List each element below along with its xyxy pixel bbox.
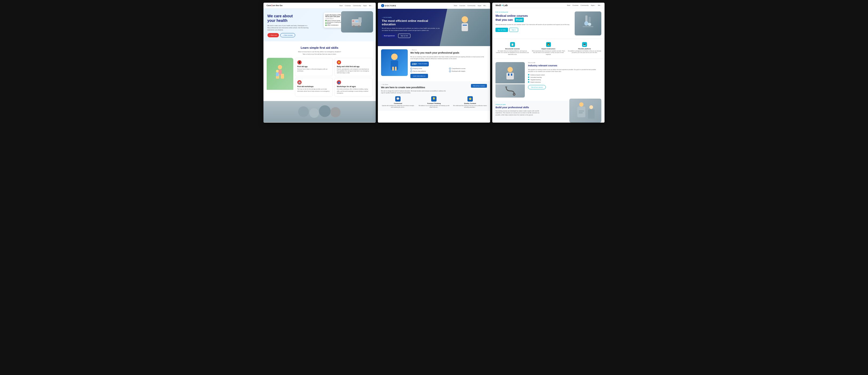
feature-card-all-ages: 👥 Workshops for all ages Our online work…: [334, 78, 373, 96]
start-now-button[interactable]: + Start now: [268, 33, 279, 37]
signup-today-button[interactable]: Sign up today: [495, 28, 508, 32]
section2-title: Learn simple first aid skills: [268, 46, 372, 49]
logo-text-suffix: on the Go: [273, 4, 282, 7]
vision-title: We are here to create new possibilities: [381, 86, 425, 89]
nav-apps[interactable]: Apps: [477, 5, 481, 6]
stat-badge: 236+ Hours of content: [410, 62, 429, 66]
page-care-on-go: Care i on the Go Start Courses Community…: [264, 3, 376, 123]
teal-dot-icon: [528, 76, 529, 78]
hero-buttons: Sign up today Sign in: [495, 28, 572, 32]
vision-card-desc: We understand that staying at the top of…: [453, 105, 487, 108]
feature-innovative: Innovative learning: [528, 76, 601, 78]
feature-targeted: Targeted learning: [528, 79, 601, 81]
feature-desc: We're passionate about ensuring our stud…: [531, 51, 565, 56]
bottom-photo: [264, 101, 376, 122]
hero-lab-image: [575, 11, 601, 35]
page1-bottom-image: [264, 101, 376, 122]
feature-comprehensive: Comprehensive courses: [449, 68, 487, 69]
feature-keeping-current: Keeping current: [410, 68, 448, 69]
book-appointment-button[interactable]: Book Appointment: [382, 34, 397, 38]
page-medilab: Medi ✦ Lab Start Courses Community Apps.…: [492, 3, 604, 123]
signin-button[interactable]: Sign in: [509, 28, 518, 32]
nav-courses[interactable]: Courses: [345, 5, 351, 6]
page2-about-section: — About us We help you reach your profes…: [378, 46, 490, 81]
feature-card-baby: 👶 Baby and child first aid app Parents, …: [334, 58, 373, 76]
contextual-icon: 💬: [395, 96, 401, 101]
view-courses-button[interactable]: + View courses: [280, 33, 295, 37]
structured-icon: 📋: [510, 42, 515, 47]
section2-subtitle: Want to know how to use the key skills i…: [268, 51, 372, 55]
baby-icon: 👶: [337, 60, 341, 64]
card-title: Workshops for all ages: [337, 86, 370, 87]
svg-point-27: [584, 21, 589, 26]
svg-rect-29: [583, 26, 593, 27]
svg-point-3: [358, 25, 360, 27]
svg-point-14: [298, 106, 309, 117]
vision-card-quality: ⭐ Quality Content We understand that sta…: [453, 96, 487, 108]
svg-point-35: [514, 94, 515, 95]
nav-start[interactable]: Start: [454, 5, 457, 6]
forward-icon: 💡: [431, 96, 437, 101]
page3-skills-section: Achieve your goals Build your profession…: [492, 101, 604, 121]
vision-card-desc: We believe in our on-going education and…: [417, 105, 451, 108]
card-title: First aid app: [297, 66, 331, 67]
svg-point-12: [276, 70, 279, 72]
feature-title: Expert instructors: [531, 48, 565, 50]
nav-start[interactable]: Start: [339, 5, 343, 6]
nav-courses[interactable]: Courses: [572, 4, 579, 6]
trust-badge: trust: [515, 18, 524, 22]
learn-more-button[interactable]: Learn more about us: [410, 74, 428, 78]
page2-hero-content: — Let's be healthy The most efficient on…: [382, 17, 440, 38]
feature-desc: Our platform is designed to be flexible …: [567, 51, 601, 54]
nav-community[interactable]: Community: [353, 5, 361, 6]
about-text: — About us We help you reach your profes…: [410, 49, 487, 78]
cards-section: 📱 First aid app Discover how to help in …: [264, 58, 376, 100]
vision-card-forward: 💡 Forward Thinking We believe in our on-…: [417, 96, 451, 108]
nav-apps[interactable]: Apps: [363, 5, 367, 6]
nav-community[interactable]: Community: [467, 5, 475, 6]
courses-tag: What we offer: [528, 62, 601, 63]
platform-icon: 💻: [582, 42, 587, 47]
nav-more[interactable]: Mo...: [484, 5, 487, 6]
feature-card-workshop: 🏥 First aid workshops The Care on the Go…: [295, 78, 333, 96]
hero-left: Enter our training portal Medical online…: [495, 11, 572, 32]
nav-start[interactable]: Start: [567, 4, 570, 6]
card-desc: The Care on the Go first aid app provide…: [297, 88, 331, 92]
svg-rect-32: [508, 73, 509, 76]
courses-title: Industry relevant courses: [528, 64, 601, 67]
logo-dot: i: [272, 4, 272, 7]
view-all-courses-button[interactable]: View all our courses: [528, 85, 546, 89]
svg-point-15: [309, 108, 319, 118]
learn-item-3: safety considerations: [326, 25, 343, 26]
svg-rect-1: [352, 23, 361, 26]
course-images: [495, 62, 525, 98]
page2-logo: + DOCTORS: [381, 4, 396, 7]
nav-me[interactable]: Me...: [598, 4, 601, 6]
doctor-top-image: [495, 62, 525, 84]
teal-dot-icon: [528, 81, 529, 83]
card-desc: Parents, grandparents, and caregivers ca…: [337, 68, 370, 74]
svg-rect-7: [352, 21, 354, 21]
card-title: Baby and child first aid app: [337, 66, 370, 67]
nav-courses[interactable]: Courses: [459, 5, 465, 6]
hero-title: The most efficient online medical educat…: [382, 19, 440, 26]
logo-star-icon: ✦: [501, 4, 503, 7]
feature-title: Structured courses: [495, 48, 529, 50]
quality-icon: ⭐: [467, 96, 473, 101]
view-all-courses-button[interactable]: View all our courses: [471, 84, 487, 88]
svg-point-40: [589, 105, 593, 109]
signup-button[interactable]: Sign up now: [398, 34, 410, 38]
nav-apps[interactable]: Apps...: [591, 4, 596, 6]
hero-desc: Need professional courses for your medic…: [495, 24, 572, 26]
svg-rect-11: [281, 74, 284, 79]
learn-item-2: procedures of treating basic injuries: [326, 22, 343, 24]
svg-rect-31: [506, 73, 514, 80]
nav-community[interactable]: Community: [581, 4, 589, 6]
about-image: [381, 49, 408, 76]
vision-tag: — Our Vision: [381, 84, 425, 85]
logo-icon: +: [381, 4, 384, 7]
nav-more[interactable]: Mo...: [369, 5, 372, 6]
svg-rect-26: [589, 17, 591, 22]
vision-card-title: Contextual: [381, 103, 415, 104]
page2-nav-links: Start Courses Community Apps Mo...: [454, 5, 487, 6]
